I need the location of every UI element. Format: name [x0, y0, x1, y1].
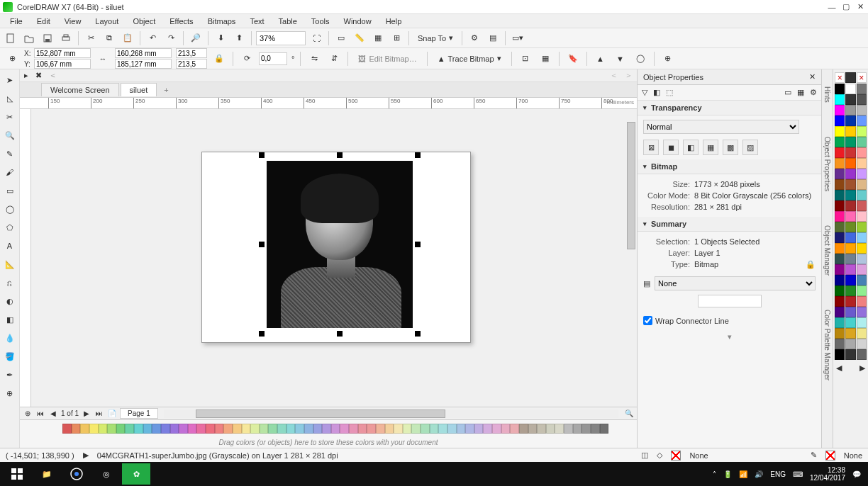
color-swatch[interactable] [835, 222, 845, 232]
quick-customize-icon[interactable]: ⊕ [1, 385, 18, 402]
outline-tab-icon[interactable]: ▽ [642, 88, 647, 97]
mirror-h-icon[interactable]: ⇋ [306, 51, 322, 67]
doc-color-swatch[interactable] [152, 424, 161, 434]
convert-icon[interactable]: ◯ [633, 51, 648, 67]
doc-color-swatch[interactable] [125, 424, 134, 434]
doc-color-swatch[interactable] [537, 424, 546, 434]
handle-ml[interactable] [259, 242, 265, 247]
doc-color-swatch[interactable] [510, 424, 519, 434]
back-icon[interactable]: ▼ [613, 51, 628, 67]
doc-color-swatch[interactable] [215, 424, 224, 434]
menu-help[interactable]: Help [379, 16, 409, 27]
color-swatch[interactable] [835, 254, 845, 264]
doc-color-swatch[interactable] [421, 424, 430, 434]
rotate-icon[interactable]: ⟳ [239, 51, 255, 67]
color-swatch[interactable] [845, 169, 855, 179]
sidetab-object-properties[interactable]: Object Properties [823, 134, 831, 194]
color-swatch[interactable] [857, 190, 867, 200]
color-swatch[interactable] [857, 200, 867, 211]
expand-chevron-icon[interactable]: ▾ [638, 329, 821, 344]
rectangle-tool-icon[interactable]: ▭ [1, 182, 18, 199]
color-swatch[interactable] [835, 137, 845, 147]
outline-swatch[interactable] [825, 451, 835, 460]
menu-effects[interactable]: Effects [162, 16, 200, 27]
polygon-tool-icon[interactable]: ⬠ [1, 219, 18, 236]
color-swatch[interactable] [857, 254, 867, 264]
color-swatch[interactable] [857, 349, 867, 360]
color-swatch[interactable] [835, 179, 845, 190]
color-swatch[interactable] [845, 200, 855, 211]
doc-color-swatch[interactable] [582, 424, 591, 434]
color-swatch[interactable] [835, 307, 845, 317]
color-swatch[interactable] [857, 264, 867, 275]
transparency-tab-icon[interactable]: ⬚ [666, 88, 673, 97]
doc-color-swatch[interactable] [358, 424, 367, 434]
color-swatch[interactable] [835, 200, 845, 211]
doc-color-swatch[interactable] [403, 424, 412, 434]
doc-color-swatch[interactable] [250, 424, 260, 434]
doc-color-swatch[interactable] [447, 424, 457, 434]
doc-color-swatch[interactable] [564, 424, 573, 434]
color-swatch[interactable] [835, 94, 845, 105]
doc-color-swatch[interactable] [600, 424, 609, 434]
doc-color-swatch[interactable] [591, 424, 600, 434]
color-swatch[interactable] [845, 286, 855, 296]
doc-color-swatch[interactable] [179, 424, 188, 434]
fill-swatch[interactable] [671, 451, 681, 460]
color-swatch[interactable] [857, 105, 867, 115]
artistic-media-icon[interactable]: 🖌 [1, 164, 18, 181]
color-swatch[interactable] [857, 115, 867, 126]
cut-icon[interactable]: ✂ [83, 30, 99, 46]
add-preset-icon[interactable]: ⊕ [660, 51, 676, 67]
color-swatch[interactable] [845, 264, 855, 275]
color-swatch[interactable] [845, 147, 855, 158]
doc-color-swatch[interactable] [385, 424, 394, 434]
uniform-transp-icon[interactable]: ◼ [663, 140, 679, 155]
tab-add-button[interactable]: + [158, 84, 174, 96]
doc-color-swatch[interactable] [89, 424, 99, 434]
doc-color-swatch[interactable] [72, 424, 81, 434]
app-dropdown-icon[interactable]: ▭▾ [510, 30, 525, 46]
pick-tool-icon[interactable]: ➤ [1, 72, 18, 89]
color-swatch[interactable] [857, 94, 867, 105]
page-new-icon[interactable]: 📄 [107, 409, 117, 419]
doc-color-swatch[interactable] [411, 424, 421, 434]
color-swatch[interactable] [845, 115, 855, 126]
texture-transp-icon[interactable]: ▨ [742, 140, 758, 155]
lock-icon[interactable]: 🔒 [806, 260, 816, 269]
color-swatch[interactable] [845, 211, 855, 222]
handle-br[interactable] [415, 331, 421, 337]
shape-tool-icon[interactable]: ◺ [1, 90, 18, 107]
doc-color-swatch[interactable] [546, 424, 555, 434]
scrollbar-horizontal[interactable] [164, 409, 618, 418]
crop-tool-icon[interactable]: ✂ [1, 108, 18, 125]
color-swatch[interactable] [857, 232, 867, 243]
grid-icon[interactable]: ▦ [370, 30, 386, 46]
color-swatch[interactable] [845, 243, 855, 254]
color-swatch[interactable] [857, 211, 867, 222]
chevron-icon[interactable]: ▾ [643, 104, 647, 111]
scrollbar-vertical[interactable] [625, 109, 637, 407]
new-icon[interactable] [3, 30, 18, 46]
color-swatch[interactable] [857, 126, 867, 137]
wrap-icon[interactable]: 🔖 [565, 51, 581, 67]
doc-color-swatch[interactable] [349, 424, 358, 434]
undo-icon[interactable]: ↶ [145, 30, 160, 46]
color-swatch[interactable] [835, 115, 845, 126]
doc-color-swatch[interactable] [313, 424, 323, 434]
wifi-icon[interactable]: 📶 [739, 470, 747, 478]
color-swatch[interactable] [835, 243, 845, 254]
drop-shadow-icon[interactable]: ◐ [1, 293, 18, 310]
color-swatch[interactable] [845, 222, 855, 232]
redo-icon[interactable]: ↷ [163, 30, 179, 46]
color-swatch[interactable] [857, 286, 867, 296]
color-swatch[interactable] [857, 137, 867, 147]
maximize-button[interactable]: ▢ [841, 2, 851, 12]
swatch[interactable] [845, 72, 855, 83]
coreldraw-icon[interactable]: ✿ [122, 463, 150, 485]
navigator-icon[interactable]: 🔍 [624, 409, 634, 419]
file-explorer-icon[interactable]: 📁 [33, 463, 61, 485]
no-transparency-icon[interactable]: ⊠ [643, 140, 659, 155]
angle-input[interactable] [259, 52, 287, 65]
style-value-input[interactable] [698, 295, 762, 307]
